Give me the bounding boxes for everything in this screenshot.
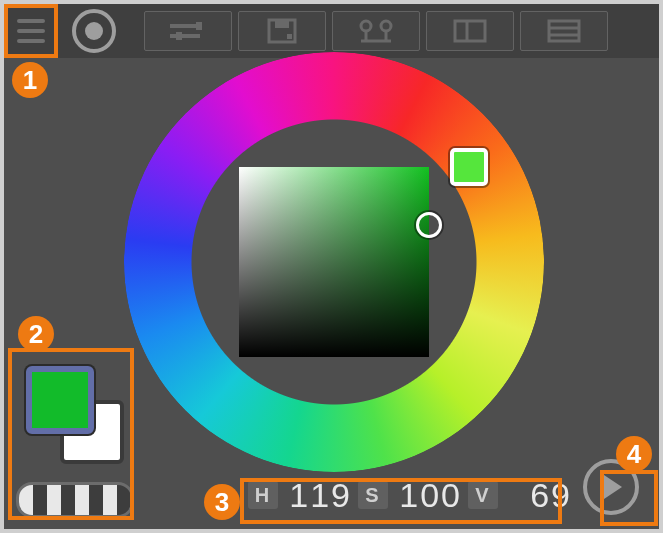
value-value[interactable]: 69 [504, 476, 572, 515]
svg-rect-14 [549, 21, 579, 41]
hamburger-icon [17, 19, 45, 23]
tab-history[interactable] [520, 11, 608, 51]
tab-save[interactable] [238, 11, 326, 51]
tab-eyedropper[interactable] [332, 11, 420, 51]
sv-marker[interactable] [416, 212, 442, 238]
color-swatches [16, 356, 116, 456]
tab-split-view[interactable] [426, 11, 514, 51]
svg-rect-0 [170, 24, 200, 28]
history-icon [547, 19, 581, 43]
tab-sliders[interactable] [144, 11, 232, 51]
eyedropper-icon [357, 19, 395, 43]
saturation-value-square[interactable] [239, 167, 429, 357]
svg-point-8 [381, 21, 391, 31]
svg-rect-1 [196, 22, 202, 30]
svg-rect-3 [176, 32, 182, 40]
tab-bar [144, 11, 608, 51]
svg-rect-5 [275, 20, 289, 28]
callout-number-3: 3 [204, 484, 240, 520]
play-button[interactable] [583, 459, 639, 515]
saturation-value[interactable]: 100 [394, 476, 462, 515]
color-picker-panel: H 119 S 100 V 69 1 2 3 4 [0, 0, 663, 533]
split-view-icon [453, 19, 487, 43]
record-icon [85, 22, 103, 40]
menu-button[interactable] [8, 8, 54, 54]
saturation-label: S [358, 481, 388, 509]
transparency-toggle[interactable] [16, 482, 134, 518]
svg-rect-12 [455, 21, 485, 41]
callout-number-1: 1 [12, 62, 48, 98]
hue-label: H [248, 481, 278, 509]
svg-rect-6 [287, 34, 292, 39]
play-icon [604, 475, 622, 499]
hsv-readout: H 119 S 100 V 69 [248, 475, 572, 515]
callout-number-2: 2 [18, 316, 54, 352]
foreground-color-swatch[interactable] [26, 366, 94, 434]
toolbar [4, 4, 659, 58]
hue-value[interactable]: 119 [284, 476, 352, 515]
svg-rect-2 [170, 34, 200, 38]
value-label: V [468, 481, 498, 509]
svg-point-7 [361, 21, 371, 31]
record-button[interactable] [72, 9, 116, 53]
color-wheel[interactable] [124, 52, 544, 472]
save-icon [267, 18, 297, 44]
sliders-icon [168, 20, 208, 42]
hue-marker[interactable] [450, 148, 488, 186]
